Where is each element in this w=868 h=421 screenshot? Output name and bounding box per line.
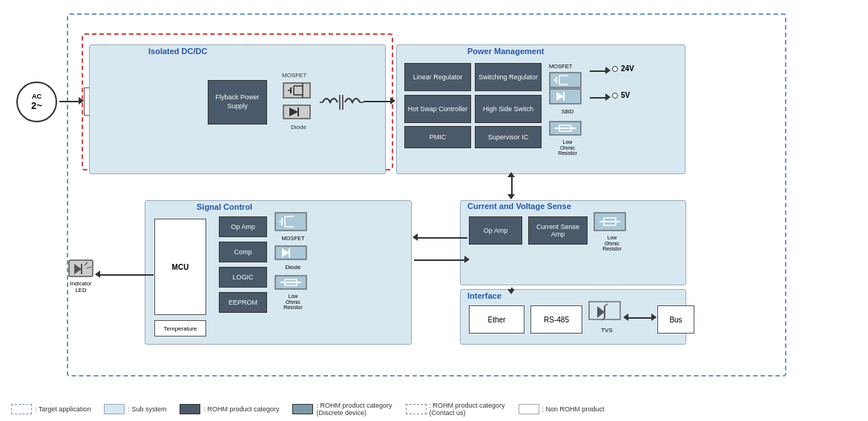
legend-target-app: : Target application <box>11 404 91 414</box>
ac-source: AC 2~ <box>16 82 57 122</box>
op-amp-sc-box: Op Amp <box>219 216 267 237</box>
interface-title: Interface <box>467 291 502 300</box>
arrow-transformer-pm-head <box>390 97 395 105</box>
ac-label: AC <box>32 93 42 100</box>
legend-sub-system: : Sub system <box>104 404 166 414</box>
indicator-led-area: Indicator LED <box>67 258 95 295</box>
low-ohmic-cv-symbol: LowOhmicResistor <box>594 211 631 248</box>
arrow-cv-sc <box>414 237 467 239</box>
switching-reg-box: Switching Regulator <box>475 63 542 91</box>
flyback-box: Flyback Power Supply <box>208 80 267 125</box>
output-24v: 24V <box>612 64 634 73</box>
mcu-box: MCU <box>154 219 206 315</box>
ether-box: Ether <box>469 305 525 334</box>
arrow-to-24v-head <box>605 67 611 74</box>
arrow-sc-cv-head <box>464 256 470 263</box>
op-amp-cv-box: Op Amp <box>469 216 522 245</box>
svg-rect-4 <box>283 83 310 98</box>
main-container: AC 2~ Filter Isolated DC/DC Flyback Powe… <box>0 0 868 421</box>
arrow-pm-to-cv-head2 <box>507 172 515 177</box>
temperature-box: Temperature <box>154 320 206 337</box>
legend-sub-system-box <box>104 404 125 414</box>
mosfet-symbol-isolated: MOSFET <box>282 67 315 90</box>
high-side-box: High Side Switch <box>475 95 542 123</box>
hot-swap-box: Hot Swap Controller <box>404 95 471 123</box>
arrow-sc-led-head <box>95 271 100 278</box>
arrow-tvs-bus <box>625 317 654 319</box>
arrow-to-5v-head <box>605 93 611 101</box>
signal-control-title: Signal Control <box>197 202 252 211</box>
diode-sc-symbol: Diode <box>274 245 312 271</box>
legend-rohm-dark: : ROHM product category <box>180 404 279 414</box>
legend-rohm-medium: : ROHM product category(Discrete device) <box>292 402 392 417</box>
legend-target-app-box <box>11 404 32 414</box>
arrow-sc-cv <box>414 259 467 261</box>
pmic-box: PMIC <box>404 126 471 148</box>
svg-rect-24 <box>550 89 581 104</box>
arrow-sc-led <box>96 274 154 276</box>
low-ohmic-pm-symbol: LowOhmicResistor <box>549 120 586 148</box>
legend-rohm-medium-box <box>292 404 313 414</box>
legend-rohm-contact: : ROHM product category(Contact us) <box>406 402 505 417</box>
legend-rohm-contact-box <box>406 404 427 414</box>
diode-symbol-isolated: Diode <box>282 104 315 130</box>
legend-non-rohm: : Non ROHM product <box>519 404 605 414</box>
supervisor-box: Supervisor IC <box>475 126 542 148</box>
svg-rect-39 <box>275 246 306 259</box>
mosfet-pm-symbol: MOSFET <box>549 58 586 84</box>
comp-box: Comp <box>219 242 267 262</box>
transformer-symbol <box>319 87 364 120</box>
logic-box: LOGIC <box>219 267 267 288</box>
bus-box: Bus <box>657 305 694 334</box>
arrow-pm-to-cv-head <box>507 194 515 199</box>
isolated-dc-title: Isolated DC/DC <box>148 47 207 56</box>
power-mgmt-title: Power Management <box>467 47 544 56</box>
arrow-cv-sc-head <box>412 233 418 241</box>
arrow-tvs-right-head <box>651 314 657 321</box>
low-ohmic-sc-symbol: LowOhmicResistor <box>274 274 312 305</box>
legend: : Target application : Sub system : ROHM… <box>11 402 861 417</box>
tvs-symbol: TVS <box>588 300 625 337</box>
cv-sense-title: Current and Voltage Sense <box>467 202 571 210</box>
legend-rohm-dark-box <box>180 404 200 414</box>
arrow-tvs-left-head <box>623 314 628 321</box>
ac-tilde: 2~ <box>31 100 42 111</box>
output-5v: 5V <box>612 91 630 99</box>
linear-reg-box: Linear Regulator <box>404 63 471 91</box>
legend-non-rohm-box <box>519 404 539 414</box>
arrow-transformer-pm <box>364 101 393 102</box>
current-sense-box: Current Sense Amp <box>528 216 588 245</box>
rs485-box: RS-485 <box>530 305 582 334</box>
arrow-ac-filter-head <box>79 97 84 105</box>
mosfet-sc-symbol: MOSFET <box>274 211 312 241</box>
sbd-symbol: SBD <box>549 87 586 113</box>
eeprom-box: EEPROM <box>219 292 267 313</box>
arrow-cv-if-head <box>507 289 515 294</box>
